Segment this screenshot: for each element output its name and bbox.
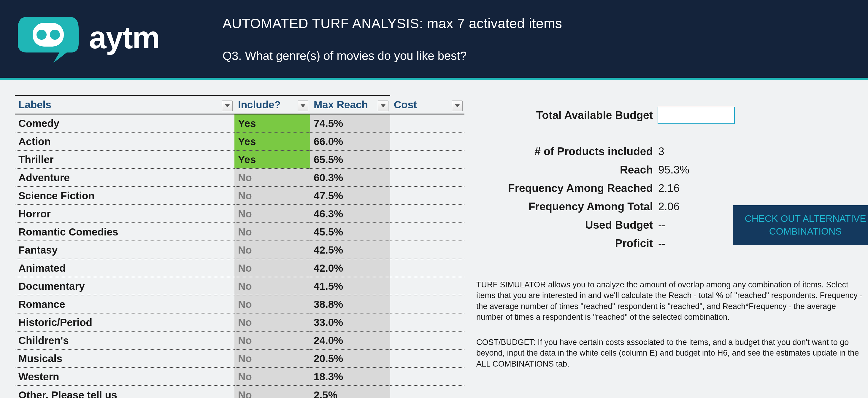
item-label: Thriller <box>15 151 235 168</box>
item-cost-cell[interactable] <box>390 277 464 295</box>
item-reach: 42.5% <box>310 241 390 259</box>
header-titles: AUTOMATED TURF ANALYSIS: max 7 activated… <box>223 13 853 63</box>
item-cost-cell[interactable] <box>390 223 464 241</box>
item-reach: 45.5% <box>310 223 390 241</box>
item-cost-cell[interactable] <box>390 367 464 386</box>
item-reach: 74.5% <box>310 114 390 132</box>
item-label: Adventure <box>15 168 235 187</box>
item-cost-cell[interactable] <box>390 331 464 350</box>
item-include-cell[interactable]: No <box>235 295 310 313</box>
alternative-combinations-button[interactable]: CHECK OUT ALTERNATIVE COMBINATIONS <box>733 205 868 245</box>
reach-label: Reach <box>476 164 656 176</box>
col-header-max-reach: Max Reach <box>310 96 390 114</box>
item-include-cell[interactable]: Yes <box>235 114 310 132</box>
item-include-cell[interactable]: No <box>235 168 310 187</box>
freq-reached-value: 2.16 <box>656 182 733 195</box>
turf-simulator-description: TURF SIMULATOR allows you to analyze the… <box>476 279 863 323</box>
item-include-cell[interactable]: No <box>235 386 310 398</box>
item-cost-cell[interactable] <box>390 114 464 132</box>
reach-value: 95.3% <box>656 164 733 176</box>
filter-include-button[interactable] <box>298 101 308 111</box>
item-reach: 46.3% <box>310 205 390 223</box>
products-label: # of Products included <box>476 145 656 158</box>
item-cost-cell[interactable] <box>390 350 464 367</box>
item-include-cell[interactable]: No <box>235 205 310 223</box>
item-reach: 18.3% <box>310 367 390 386</box>
item-cost-cell[interactable] <box>390 205 464 223</box>
col-header-include: Include? <box>235 96 310 114</box>
table-row: ComedyYes74.5% <box>15 114 464 132</box>
products-value: 3 <box>656 145 733 158</box>
freq-reached-label: Frequency Among Reached <box>476 182 656 195</box>
item-cost-cell[interactable] <box>390 259 464 277</box>
table-row: FantasyNo42.5% <box>15 241 464 259</box>
table-row: DocumentaryNo41.5% <box>15 277 464 295</box>
item-cost-cell[interactable] <box>390 151 464 168</box>
item-include-cell[interactable]: No <box>235 313 310 331</box>
item-include-cell[interactable]: No <box>235 350 310 367</box>
col-header-labels: Labels <box>15 96 235 114</box>
item-label: Comedy <box>15 114 235 132</box>
item-include-cell[interactable]: No <box>235 367 310 386</box>
table-row: HorrorNo46.3% <box>15 205 464 223</box>
summary-panel: Total Available Budget # of Products inc… <box>476 95 863 398</box>
table-row: RomanceNo38.8% <box>15 295 464 313</box>
stat-freq-reached: Frequency Among Reached 2.16 <box>476 179 863 198</box>
item-label: Horror <box>15 205 235 223</box>
item-reach: 38.8% <box>310 295 390 313</box>
item-include-cell[interactable]: No <box>235 187 310 205</box>
item-label: Other, Please tell us <box>15 386 235 398</box>
item-reach: 2.5% <box>310 386 390 398</box>
item-cost-cell[interactable] <box>390 168 464 187</box>
item-include-cell[interactable]: Yes <box>235 132 310 151</box>
table-row: Science FictionNo47.5% <box>15 187 464 205</box>
total-budget-input[interactable] <box>658 107 735 124</box>
col-header-cost: Cost <box>390 96 464 114</box>
item-label: Musicals <box>15 350 235 367</box>
item-include-cell[interactable]: No <box>235 277 310 295</box>
item-label: Documentary <box>15 277 235 295</box>
table-row: ThrillerYes65.5% <box>15 151 464 168</box>
item-reach: 47.5% <box>310 187 390 205</box>
item-include-cell[interactable]: No <box>235 259 310 277</box>
total-budget-label: Total Available Budget <box>476 109 656 122</box>
item-reach: 66.0% <box>310 132 390 151</box>
item-cost-cell[interactable] <box>390 295 464 313</box>
stat-total-budget: Total Available Budget <box>476 106 863 125</box>
table-row: AdventureNo60.3% <box>15 168 464 187</box>
item-cost-cell[interactable] <box>390 187 464 205</box>
filter-labels-button[interactable] <box>222 101 232 111</box>
question-title: Q3. What genre(s) of movies do you like … <box>223 49 853 63</box>
table-row: Historic/PeriodNo33.0% <box>15 313 464 331</box>
item-cost-cell[interactable] <box>390 132 464 151</box>
item-label: Children's <box>15 331 235 350</box>
item-include-cell[interactable]: No <box>235 331 310 350</box>
stat-used-budget: Used Budget -- CHECK OUT ALTERNATIVE COM… <box>476 216 863 234</box>
item-cost-cell[interactable] <box>390 386 464 398</box>
item-include-cell[interactable]: Yes <box>235 151 310 168</box>
table-row: Other, Please tell usNo2.5% <box>15 386 464 398</box>
table-row: Romantic ComediesNo45.5% <box>15 223 464 241</box>
filter-reach-button[interactable] <box>378 101 389 111</box>
item-include-cell[interactable]: No <box>235 223 310 241</box>
app-root: aytm AUTOMATED TURF ANALYSIS: max 7 acti… <box>0 0 868 398</box>
table-row: ActionYes66.0% <box>15 132 464 151</box>
filter-cost-button[interactable] <box>452 101 463 111</box>
item-cost-cell[interactable] <box>390 241 464 259</box>
col-header-cost-text: Cost <box>394 99 417 110</box>
item-reach: 33.0% <box>310 313 390 331</box>
table-row: MusicalsNo20.5% <box>15 350 464 367</box>
stat-products: # of Products included 3 <box>476 142 863 161</box>
col-header-reach-text: Max Reach <box>314 99 368 110</box>
item-include-cell[interactable]: No <box>235 241 310 259</box>
stats-block: Total Available Budget # of Products inc… <box>476 106 863 253</box>
aytm-logo-icon <box>15 11 80 64</box>
item-cost-cell[interactable] <box>390 313 464 331</box>
col-header-include-text: Include? <box>238 99 281 110</box>
proficit-value: -- <box>656 237 733 250</box>
svg-point-1 <box>36 30 46 40</box>
item-reach: 41.5% <box>310 277 390 295</box>
brand-logo: aytm <box>15 11 223 64</box>
header: aytm AUTOMATED TURF ANALYSIS: max 7 acti… <box>0 0 868 80</box>
description-block: TURF SIMULATOR allows you to analyze the… <box>476 279 863 369</box>
